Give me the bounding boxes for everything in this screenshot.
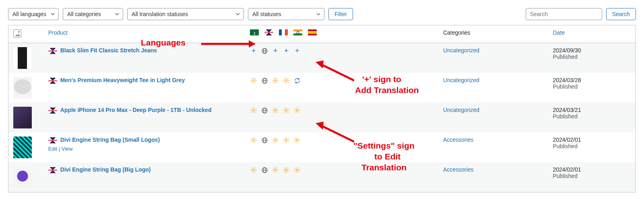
chevron-down-icon xyxy=(316,12,321,17)
svg-point-22 xyxy=(296,139,298,141)
languages-select[interactable]: All languages xyxy=(8,8,59,20)
edit-translation-icon[interactable] xyxy=(250,77,257,84)
translation-status-select-label: All translation statuses xyxy=(132,11,188,17)
fr-flag-icon[interactable] xyxy=(279,29,288,35)
uk-flag-icon xyxy=(48,167,57,173)
edit-translation-icon[interactable] xyxy=(272,137,279,144)
edit-translation-icon[interactable] xyxy=(250,166,257,174)
category-link[interactable]: Accessories xyxy=(443,166,473,173)
translation-status-cells xyxy=(250,77,433,84)
product-thumbnail[interactable] xyxy=(13,166,32,188)
product-title-link[interactable]: Men's Premium Heavyweight Tee in Light G… xyxy=(60,77,185,83)
product-title-link[interactable]: Divi Engine String Bag (Small Logos) xyxy=(60,137,160,143)
edit-translation-icon[interactable] xyxy=(250,107,257,114)
publish-state: Published xyxy=(553,113,631,120)
add-translation-icon[interactable]: + xyxy=(272,47,279,54)
col-header-product[interactable]: Product xyxy=(48,29,68,36)
chevron-down-icon xyxy=(235,12,240,17)
statuses-select-label: All statuses xyxy=(252,11,281,17)
edit-translation-icon[interactable] xyxy=(283,77,290,84)
edit-translation-icon[interactable] xyxy=(250,137,257,144)
col-header-categories: Categories xyxy=(443,29,471,36)
svg-point-3 xyxy=(253,80,255,82)
svg-point-7 xyxy=(275,80,277,82)
edit-translation-icon[interactable] xyxy=(283,107,290,114)
uk-flag-icon xyxy=(48,78,57,84)
col-header-date[interactable]: Date xyxy=(553,29,565,36)
in-flag-icon[interactable] xyxy=(293,29,302,35)
chevron-down-icon xyxy=(115,12,120,17)
globe-icon[interactable] xyxy=(261,77,268,84)
globe-icon[interactable] xyxy=(261,166,268,174)
date-value: 2024/02/01 xyxy=(553,166,631,173)
date-value: 2024/09/30 xyxy=(553,47,631,54)
categories-select[interactable]: All categories xyxy=(63,8,123,20)
table-row: Men's Premium Heavyweight Tee in Light G… xyxy=(8,73,636,103)
edit-translation-icon[interactable] xyxy=(272,77,279,84)
publish-state: Published xyxy=(553,173,631,179)
svg-point-8 xyxy=(285,80,287,82)
globe-icon[interactable] xyxy=(261,137,268,144)
category-link[interactable]: Uncategorized xyxy=(443,77,479,83)
languages-select-label: All languages xyxy=(12,11,46,17)
product-thumbnail[interactable] xyxy=(13,137,32,158)
uk-flag-icon xyxy=(48,108,57,114)
edit-translation-icon[interactable] xyxy=(283,137,290,144)
translation-status-cells xyxy=(250,137,433,144)
translation-status-cells: ++++ xyxy=(250,47,433,54)
update-translation-icon[interactable] xyxy=(293,77,301,84)
categories-select-label: All categories xyxy=(67,11,101,17)
product-title-link[interactable]: Black Slim Fit Classic Stretch Jeans xyxy=(60,47,157,54)
category-link[interactable]: Uncategorized xyxy=(443,107,479,113)
sa-flag-icon[interactable] xyxy=(250,29,259,35)
translation-status-cells xyxy=(250,107,433,114)
edit-translation-icon[interactable] xyxy=(293,166,301,174)
language-flags-header xyxy=(250,29,433,35)
product-thumbnail[interactable] xyxy=(13,77,32,99)
edit-link[interactable]: Edit xyxy=(48,146,57,152)
products-table: Product Categories Date Black Slim Fit C… xyxy=(8,25,636,192)
svg-point-13 xyxy=(275,110,277,112)
date-value: 2024/02/01 xyxy=(553,137,631,143)
category-link[interactable]: Uncategorized xyxy=(443,47,479,54)
publish-state: Published xyxy=(553,143,631,149)
filter-toolbar: All languages All categories All transla… xyxy=(8,8,636,20)
product-title-link[interactable]: Divi Engine String Bag (Big Logo) xyxy=(60,166,151,173)
edit-translation-icon[interactable] xyxy=(272,107,279,114)
add-translation-icon[interactable]: + xyxy=(283,47,290,54)
globe-icon[interactable] xyxy=(261,47,268,54)
publish-state: Published xyxy=(553,54,631,60)
chevron-down-icon xyxy=(50,12,55,17)
date-value: 2024/03/21 xyxy=(553,107,631,113)
globe-icon[interactable] xyxy=(261,107,268,114)
edit-translation-icon[interactable] xyxy=(293,107,301,114)
search-input[interactable] xyxy=(526,8,602,20)
edit-translation-icon[interactable] xyxy=(283,166,290,174)
svg-point-27 xyxy=(275,169,277,171)
es-flag-icon[interactable] xyxy=(308,29,317,35)
product-title-link[interactable]: Apple iPhone 14 Pro Max - Deep Purple - … xyxy=(60,107,212,113)
product-thumbnail[interactable] xyxy=(13,47,32,69)
translation-status-select[interactable]: All translation statuses xyxy=(127,8,244,20)
add-translation-icon[interactable]: + xyxy=(293,47,301,54)
table-row: Divi Engine String Bag (Big Logo)Accesso… xyxy=(8,162,636,192)
add-translation-icon[interactable]: + xyxy=(250,47,257,54)
search-button[interactable]: Search xyxy=(606,8,636,20)
uk-flag-icon xyxy=(48,137,57,143)
table-row: Apple iPhone 14 Pro Max - Deep Purple - … xyxy=(8,103,636,132)
category-link[interactable]: Accessories xyxy=(443,137,473,143)
edit-translation-icon[interactable] xyxy=(272,166,279,174)
view-link[interactable]: View xyxy=(62,146,73,152)
date-value: 2024/03/28 xyxy=(553,77,631,83)
svg-point-21 xyxy=(285,139,287,141)
table-row: Black Slim Fit Classic Stretch Jeans++++… xyxy=(8,43,636,73)
statuses-select[interactable]: All statuses xyxy=(248,8,324,20)
edit-translation-icon[interactable] xyxy=(293,137,301,144)
table-row: Divi Engine String Bag (Small Logos)Edit… xyxy=(8,132,636,162)
product-thumbnail[interactable] xyxy=(13,107,32,128)
svg-point-16 xyxy=(253,139,255,141)
uk-flag-icon[interactable] xyxy=(264,29,273,35)
translation-status-cells xyxy=(250,166,433,174)
filter-button[interactable]: Filter xyxy=(328,8,353,20)
svg-point-20 xyxy=(275,139,277,141)
